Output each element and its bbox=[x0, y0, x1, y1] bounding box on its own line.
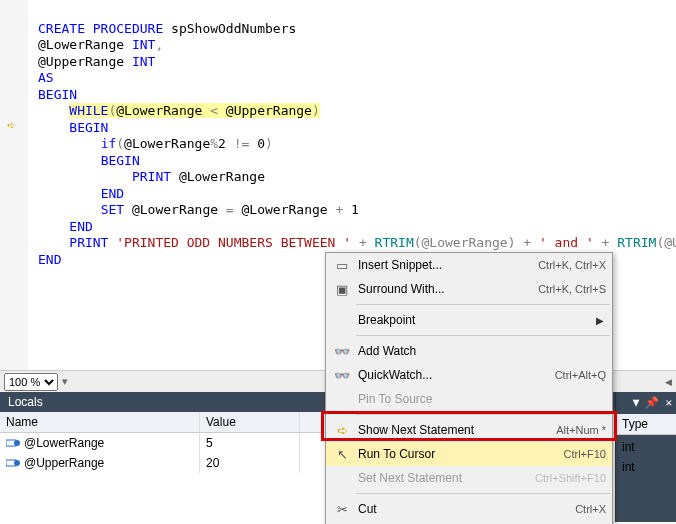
menu-run-to-cursor[interactable]: ↖ Run To Cursor Ctrl+F10 bbox=[326, 442, 612, 466]
menu-separator bbox=[356, 493, 610, 494]
close-icon[interactable]: ✕ bbox=[665, 396, 672, 409]
variable-icon bbox=[6, 458, 20, 468]
menu-show-next-statement[interactable]: ➪ Show Next Statement Alt+Num * bbox=[326, 418, 612, 442]
dropdown-icon[interactable]: ▼ bbox=[633, 396, 640, 409]
cut-icon: ✂ bbox=[330, 502, 354, 517]
scroll-left-icon[interactable]: ◀ bbox=[665, 377, 672, 387]
submenu-arrow-icon: ▶ bbox=[596, 315, 604, 326]
menu-pin-to-source: Pin To Source bbox=[326, 387, 612, 411]
menu-separator bbox=[356, 304, 610, 305]
side-row: int bbox=[616, 457, 676, 477]
side-panel: ▼ 📌 ✕ Type int int bbox=[616, 392, 676, 522]
menu-add-watch[interactable]: 👓 Add Watch bbox=[326, 339, 612, 363]
menu-quickwatch[interactable]: 👓 QuickWatch... Ctrl+Alt+Q bbox=[326, 363, 612, 387]
menu-insert-snippet[interactable]: ▭ Insert Snippet... Ctrl+K, Ctrl+X bbox=[326, 253, 612, 277]
menu-cut[interactable]: ✂ Cut Ctrl+X bbox=[326, 497, 612, 521]
side-row: int bbox=[616, 437, 676, 457]
snippet-icon: ▭ bbox=[330, 258, 354, 273]
side-header-type[interactable]: Type bbox=[616, 414, 676, 435]
pin-icon[interactable]: 📌 bbox=[645, 396, 659, 409]
svg-point-1 bbox=[14, 440, 20, 446]
next-statement-icon: ➪ bbox=[330, 423, 354, 438]
cursor-icon: ↖ bbox=[330, 447, 354, 462]
quickwatch-icon: 👓 bbox=[330, 368, 354, 383]
menu-separator bbox=[356, 414, 610, 415]
menu-separator bbox=[356, 335, 610, 336]
menu-surround-with[interactable]: ▣ Surround With... Ctrl+K, Ctrl+S bbox=[326, 277, 612, 301]
editor-gutter bbox=[0, 0, 28, 370]
current-statement-arrow-icon: ➪ bbox=[7, 117, 15, 133]
locals-header-value[interactable]: Value bbox=[200, 412, 300, 432]
menu-set-next-statement: Set Next Statement Ctrl+Shift+F10 bbox=[326, 466, 612, 490]
surround-icon: ▣ bbox=[330, 282, 354, 297]
context-menu: ▭ Insert Snippet... Ctrl+K, Ctrl+X ▣ Sur… bbox=[325, 252, 613, 524]
zoom-decrease-icon[interactable]: ▾ bbox=[62, 375, 68, 388]
code-content: CREATE PROCEDURE spShowOddNumbers @Lower… bbox=[0, 0, 676, 285]
locals-header-name[interactable]: Name bbox=[0, 412, 200, 432]
zoom-select[interactable]: 100 % bbox=[4, 373, 58, 391]
variable-icon bbox=[6, 438, 20, 448]
menu-breakpoint[interactable]: Breakpoint ▶ bbox=[326, 308, 612, 332]
watch-icon: 👓 bbox=[330, 344, 354, 359]
svg-point-3 bbox=[14, 460, 20, 466]
